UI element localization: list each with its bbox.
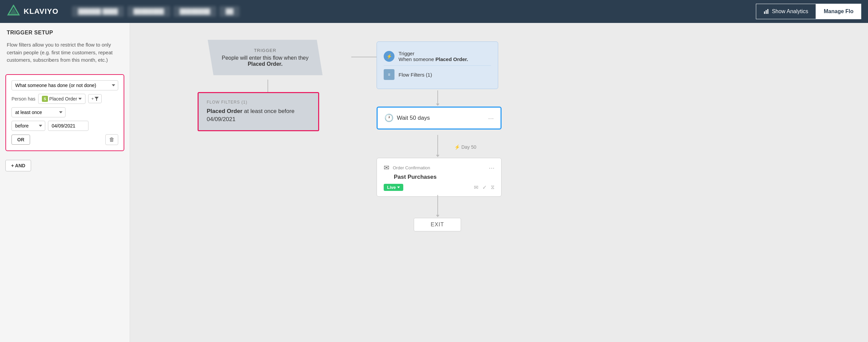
sidebar-description: Flow filters allow you to restrict the f… [0,41,130,71]
day-label: ⚡ Day 50 [454,144,476,150]
and-button[interactable]: + AND [5,160,31,171]
sidebar: TRIGGER SETUP Flow filters allow you to … [0,23,130,342]
event-label: Placed Order [49,96,77,102]
filter-time-select[interactable]: before [11,121,45,131]
trigger-text: People will enter this flow when they Pl… [220,55,310,67]
flow-filter-node[interactable]: FLOW FILTERS (1) Placed Order at least o… [198,92,319,131]
klaviyo-logo-icon [7,5,20,18]
trigger-detail-icon: ⚡ [384,51,394,62]
filter-actions: OR 🗑 [11,134,118,145]
filter-event-row: Person has S Placed Order + [11,94,118,104]
live-chevron-icon [397,187,400,188]
email-action-filter-icon[interactable]: ⧖ [491,184,494,191]
nav-pills: ██████ ████ ████████ ████████ ██ [72,6,749,17]
email-action-check-icon[interactable]: ✓ [482,184,487,191]
filter-icon [95,97,99,101]
filter-type-row: What someone has done (or not done) [11,80,118,90]
main-layout: TRIGGER SETUP Flow filters allow you to … [0,23,868,342]
header: KLAVIYO ██████ ████ ████████ ████████ ██… [0,0,868,23]
trigger-detail-panel: ⚡ Trigger When someone Placed Order. ≡ F… [377,41,498,89]
email-node-actions: ✉ ✓ ⧖ [474,184,494,191]
email-icon: ✉ [384,164,389,172]
add-filter-button[interactable]: + [88,94,102,103]
filter-frequency-select[interactable]: at least once [11,107,66,117]
trigger-detail-filter-icon: ≡ [384,69,394,80]
nav-pill-2[interactable]: ████████ [127,6,170,17]
trash-icon: 🗑 [109,137,114,142]
analytics-icon [764,9,769,14]
trigger-label: TRIGGER [220,48,310,53]
header-actions: Show Analytics Manage Flo [756,4,861,19]
delete-filter-button[interactable]: 🗑 [105,134,118,145]
shopify-icon: S [42,96,48,102]
email-action-envelope-icon[interactable]: ✉ [474,184,478,191]
logo-text: KLAVIYO [24,7,58,16]
wait-text: Wait 50 days [397,115,430,121]
arrow-4 [436,215,439,217]
shopify-event-badge: S Placed Order [38,94,85,104]
wait-node[interactable]: 🕐 Wait 50 days ··· [377,107,502,130]
email-node-header: ✉ Order Confirmation ··· [384,164,494,172]
email-more-icon[interactable]: ··· [489,164,494,172]
manage-flo-button[interactable]: Manage Flo [816,4,861,19]
arrow-2 [436,104,439,106]
wait-node-left: 🕐 Wait 50 days [384,114,430,122]
svg-rect-2 [764,11,765,14]
trigger-detail-filter-row: ≡ Flow Filters (1) [384,65,491,83]
email-title-row: ✉ Order Confirmation [384,164,430,172]
connector-4 [437,195,438,215]
live-badge[interactable]: Live [384,184,403,191]
email-subtitle: Order Confirmation [393,165,430,170]
trigger-detail-filter-text: Flow Filters (1) [399,72,432,78]
trigger-detail-trigger-row: ⚡ Trigger When someone Placed Order. [384,47,491,65]
canvas: TRIGGER People will enter this flow when… [130,23,868,342]
person-has-label: Person has [11,96,35,102]
sidebar-title: TRIGGER SETUP [0,23,130,41]
filter-frequency-row: at least once [11,107,118,117]
connector-1 [267,80,268,93]
filter-type-select[interactable]: What someone has done (or not done) [11,80,118,90]
show-analytics-button[interactable]: Show Analytics [756,4,816,19]
exit-node: EXIT [414,218,461,231]
filter-block: What someone has done (or not done) Pers… [5,74,124,151]
nav-pill-4[interactable]: ██ [220,6,239,17]
connector-3 [437,135,438,155]
svg-rect-3 [766,10,767,14]
connector-2 [437,90,438,104]
trigger-detail-text: Trigger When someone Placed Order. [399,51,468,62]
arrow-3 [436,155,439,157]
chevron-down-icon [78,98,82,100]
filter-date-input[interactable] [48,121,88,131]
connector-h1 [351,57,378,57]
wait-more-icon[interactable]: ··· [488,114,494,122]
logo-area: KLAVIYO [7,5,58,18]
flow-filter-label: FLOW FILTERS (1) [207,100,310,105]
email-name: Past Purchases [394,174,494,180]
filter-time-row: before [11,121,118,131]
trigger-node[interactable]: TRIGGER People will enter this flow when… [208,40,323,75]
plus-icon: + [91,96,94,101]
email-node-footer: Live ✉ ✓ ⧖ [384,184,494,191]
svg-marker-5 [95,97,99,101]
nav-pill-3[interactable]: ████████ [174,6,216,17]
svg-rect-4 [767,9,768,14]
email-node[interactable]: ✉ Order Confirmation ··· Past Purchases … [377,158,502,197]
or-button[interactable]: OR [11,135,30,145]
clock-icon: 🕐 [384,114,393,122]
nav-pill-1[interactable]: ██████ ████ [72,6,124,17]
flow-filter-text: Placed Order at least once before 04/09/… [207,107,310,123]
